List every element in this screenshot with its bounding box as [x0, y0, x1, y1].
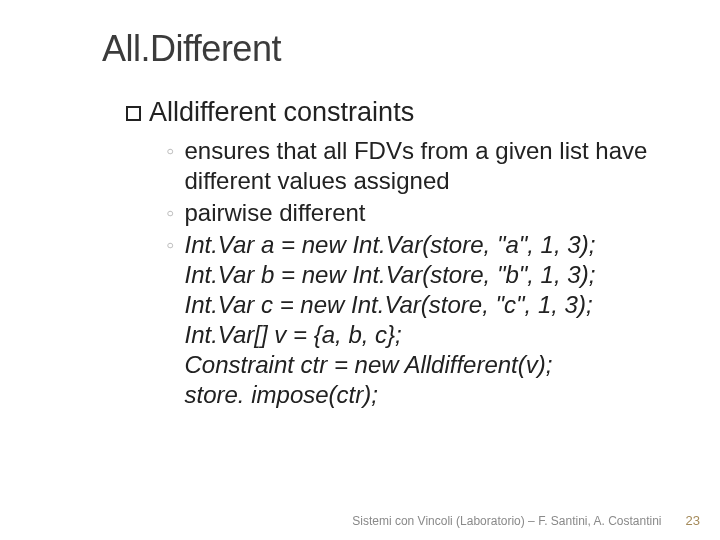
- bullet-level2-item: ◦ Int.Var a = new Int.Var(store, "a", 1,…: [166, 230, 672, 410]
- code-line: store. impose(ctr);: [185, 380, 596, 410]
- bullet-level1-text: Alldifferent constraints: [149, 96, 414, 130]
- bullet-level2-text: pairwise different: [185, 198, 366, 228]
- bullet-level2-item: ◦ ensures that all FDVs from a given lis…: [166, 136, 672, 196]
- slide-footer: Sistemi con Vincoli (Laboratorio) – F. S…: [352, 513, 700, 528]
- footer-credit: Sistemi con Vincoli (Laboratorio) – F. S…: [352, 514, 661, 528]
- bullet-level2-group: ◦ ensures that all FDVs from a given lis…: [166, 136, 672, 410]
- bullet-level2-code: Int.Var a = new Int.Var(store, "a", 1, 3…: [185, 230, 596, 410]
- code-line: Int.Var a = new Int.Var(store, "a", 1, 3…: [185, 230, 596, 260]
- circle-bullet-icon: ◦: [166, 136, 175, 166]
- bullet-level1: Alldifferent constraints: [126, 96, 672, 130]
- code-line: Int.Var c = new Int.Var(store, "c", 1, 3…: [185, 290, 596, 320]
- bullet-level2-text: ensures that all FDVs from a given list …: [185, 136, 672, 196]
- circle-bullet-icon: ◦: [166, 198, 175, 228]
- code-line: Int.Var[] v = {a, b, c};: [185, 320, 596, 350]
- code-line: Int.Var b = new Int.Var(store, "b", 1, 3…: [185, 260, 596, 290]
- page-number: 23: [686, 513, 700, 528]
- bullet-level2-item: ◦ pairwise different: [166, 198, 672, 228]
- slide-title: All.Different: [102, 28, 672, 70]
- circle-bullet-icon: ◦: [166, 230, 175, 260]
- square-bullet-icon: [126, 106, 141, 121]
- slide: All.Different Alldifferent constraints ◦…: [0, 0, 720, 540]
- code-line: Constraint ctr = new Alldifferent(v);: [185, 350, 596, 380]
